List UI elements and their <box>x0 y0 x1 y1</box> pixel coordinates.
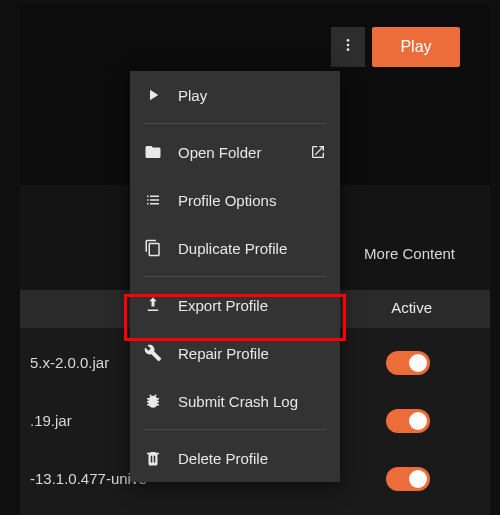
menu-item-open-folder[interactable]: Open Folder <box>130 128 340 176</box>
file-name: 5.x-2.0.0.jar <box>30 354 109 371</box>
list-icon <box>144 191 162 209</box>
menu-item-duplicate-profile[interactable]: Duplicate Profile <box>130 224 340 272</box>
export-icon <box>144 296 162 314</box>
menu-separator <box>144 429 326 430</box>
menu-item-label: Profile Options <box>178 192 276 209</box>
menu-item-label: Delete Profile <box>178 450 268 467</box>
more-options-button[interactable] <box>331 27 365 67</box>
menu-item-label: Export Profile <box>178 297 268 314</box>
menu-item-export-profile[interactable]: Export Profile <box>130 281 340 329</box>
svg-point-0 <box>347 39 350 42</box>
menu-item-delete-profile[interactable]: Delete Profile <box>130 434 340 482</box>
folder-icon <box>144 143 162 161</box>
profile-context-menu: Play Open Folder Profile Options Duplica… <box>130 71 340 482</box>
column-header-active: Active <box>391 299 432 316</box>
copy-icon <box>144 239 162 257</box>
play-icon <box>144 86 162 104</box>
svg-point-1 <box>347 44 350 47</box>
bug-icon <box>144 392 162 410</box>
menu-separator <box>144 123 326 124</box>
more-content-link[interactable]: More Content <box>364 245 455 262</box>
file-name: .19.jar <box>30 412 72 429</box>
active-toggle[interactable] <box>386 409 430 433</box>
external-link-icon <box>310 144 326 160</box>
trash-icon <box>144 449 162 467</box>
menu-item-play[interactable]: Play <box>130 71 340 119</box>
svg-point-2 <box>347 48 350 51</box>
menu-item-profile-options[interactable]: Profile Options <box>130 176 340 224</box>
app-frame: Play More Content Active 5.x-2.0.0.jar .… <box>20 5 490 515</box>
menu-item-label: Play <box>178 87 207 104</box>
active-toggle[interactable] <box>386 351 430 375</box>
wrench-icon <box>144 344 162 362</box>
menu-item-repair-profile[interactable]: Repair Profile <box>130 329 340 377</box>
kebab-icon <box>340 35 356 59</box>
menu-item-submit-crash-log[interactable]: Submit Crash Log <box>130 377 340 425</box>
play-button[interactable]: Play <box>372 27 460 67</box>
menu-item-label: Duplicate Profile <box>178 240 287 257</box>
menu-item-label: Repair Profile <box>178 345 269 362</box>
menu-separator <box>144 276 326 277</box>
active-toggle[interactable] <box>386 467 430 491</box>
menu-item-label: Submit Crash Log <box>178 393 298 410</box>
menu-item-label: Open Folder <box>178 144 261 161</box>
